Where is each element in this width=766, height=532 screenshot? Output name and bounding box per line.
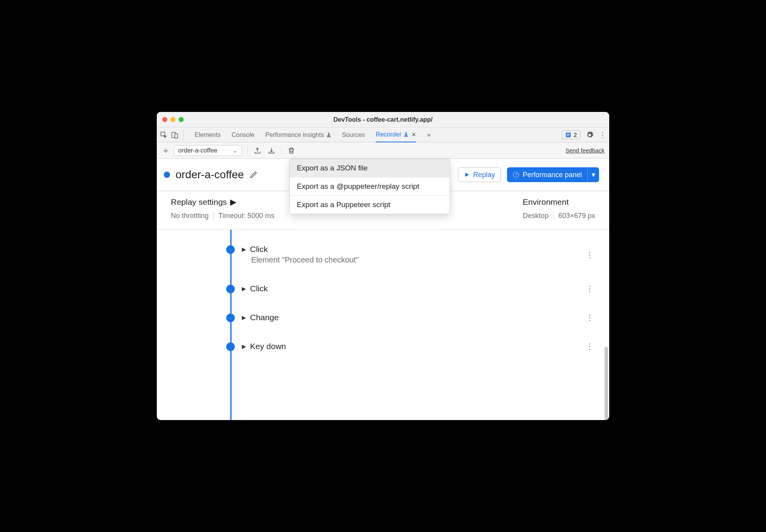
env-size: 603×679 px xyxy=(558,212,595,220)
caret-down-icon: ▾ xyxy=(592,170,595,179)
replay-button[interactable]: Replay xyxy=(458,167,501,182)
devtools-window: DevTools - coffee-cart.netlify.app/ Elem… xyxy=(157,112,609,420)
issues-button[interactable]: 2 xyxy=(562,130,580,139)
svg-rect-6 xyxy=(567,136,569,136)
recording-title: order-a-coffee xyxy=(176,168,244,181)
record-indicator-icon xyxy=(164,172,170,178)
tab-recorder[interactable]: Recorder ✕ xyxy=(376,128,416,142)
timeout-value[interactable]: Timeout: 5000 ms xyxy=(218,212,274,220)
timeline-panel: ▶ Click Element "Proceed to checkout" ⋮ … xyxy=(157,230,609,420)
caret-right-icon: ▶ xyxy=(230,197,236,207)
settings-icon[interactable] xyxy=(586,131,594,139)
send-feedback-link[interactable]: Send feedback xyxy=(566,147,605,154)
toolbar-actions xyxy=(246,146,296,155)
tab-performance-insights[interactable]: Performance insights xyxy=(265,128,331,142)
close-tab-icon[interactable]: ✕ xyxy=(411,131,416,138)
performance-panel-button[interactable]: Performance panel ▾ xyxy=(507,167,599,182)
window-titlebar: DevTools - coffee-cart.netlify.app/ xyxy=(157,112,609,128)
throttling-value[interactable]: No throttling xyxy=(171,212,209,220)
caret-right-icon[interactable]: ▶ xyxy=(242,246,246,252)
replay-button-label: Replay xyxy=(473,171,495,179)
import-icon[interactable] xyxy=(267,146,276,155)
gauge-icon xyxy=(512,171,520,178)
window-title: DevTools - coffee-cart.netlify.app/ xyxy=(333,116,433,123)
step-menu-icon[interactable]: ⋮ xyxy=(586,250,594,259)
tabstrip-tools: 2 ⋮ xyxy=(562,130,606,139)
steps-scroll[interactable]: ▶ Click Element "Proceed to checkout" ⋮ … xyxy=(157,230,609,420)
step-menu-icon[interactable]: ⋮ xyxy=(586,342,594,351)
separator xyxy=(281,147,282,154)
separator xyxy=(247,147,248,154)
more-tabs-icon[interactable]: » xyxy=(427,131,431,138)
select-element-icon[interactable] xyxy=(160,131,168,139)
flask-icon xyxy=(326,132,331,138)
step-name: Click xyxy=(250,245,268,254)
svg-rect-2 xyxy=(175,133,178,138)
performance-dropdown-button[interactable]: ▾ xyxy=(587,167,599,182)
svg-rect-5 xyxy=(567,135,570,135)
caret-right-icon[interactable]: ▶ xyxy=(242,286,246,292)
export-puppeteer-replay-item[interactable]: Export as a @puppeteer/replay script xyxy=(290,177,450,196)
new-recording-icon[interactable]: ＋ xyxy=(161,145,170,156)
scrollbar-thumb[interactable] xyxy=(605,347,608,420)
tab-console[interactable]: Console xyxy=(232,128,255,142)
delete-icon[interactable] xyxy=(287,146,296,155)
replay-settings-toggle[interactable]: Replay settings ▶ xyxy=(171,197,274,207)
step-row[interactable]: ▶ Click Element "Proceed to checkout" ⋮ xyxy=(157,245,601,264)
step-row[interactable]: ▶ Change ⋮ xyxy=(157,313,601,322)
inspect-tools xyxy=(160,130,184,140)
recorder-toolbar: ＋ order-a-coffee ⌄ Send feedback xyxy=(157,142,609,159)
step-dot-icon xyxy=(226,245,235,254)
environment-title: Environment xyxy=(523,197,569,207)
tab-elements[interactable]: Elements xyxy=(195,128,221,142)
traffic-lights xyxy=(162,117,184,122)
caret-right-icon[interactable]: ▶ xyxy=(242,343,246,349)
caret-right-icon[interactable]: ▶ xyxy=(242,314,246,321)
separator xyxy=(213,211,214,220)
panel-tabs: Elements Console Performance insights So… xyxy=(195,128,558,142)
export-menu: Export as a JSON file Export as a @puppe… xyxy=(289,159,450,214)
step-row[interactable]: ▶ Click ⋮ xyxy=(157,284,601,293)
minimize-window-button[interactable] xyxy=(170,117,176,122)
flask-icon xyxy=(404,132,408,137)
close-window-button[interactable] xyxy=(162,117,167,122)
export-puppeteer-item[interactable]: Export as a Puppeteer script xyxy=(290,196,450,214)
separator xyxy=(553,211,553,220)
step-subtitle: Element "Proceed to checkout" xyxy=(251,255,579,264)
svg-rect-4 xyxy=(567,133,570,134)
issues-count: 2 xyxy=(574,131,577,138)
step-dot-icon xyxy=(226,314,235,322)
env-device: Desktop xyxy=(523,212,548,220)
step-row[interactable]: ▶ Key down ⋮ xyxy=(157,342,601,351)
maximize-window-button[interactable] xyxy=(179,117,184,122)
export-icon[interactable] xyxy=(253,146,262,155)
replay-settings-values: No throttling Timeout: 5000 ms xyxy=(171,211,274,220)
chevron-down-icon: ⌄ xyxy=(233,147,238,154)
performance-button-label: Performance panel xyxy=(523,171,582,179)
tab-sources[interactable]: Sources xyxy=(342,128,365,142)
recording-selector-label: order-a-coffee xyxy=(178,147,217,154)
step-menu-icon[interactable]: ⋮ xyxy=(586,313,594,322)
step-name: Change xyxy=(250,313,279,322)
devtools-tabstrip: Elements Console Performance insights So… xyxy=(157,128,609,142)
header-actions: Replay Performance panel ▾ xyxy=(458,167,599,182)
recording-selector[interactable]: order-a-coffee ⌄ xyxy=(174,145,242,156)
play-icon xyxy=(464,172,470,178)
export-json-item[interactable]: Export as a JSON file xyxy=(290,159,450,177)
step-dot-icon xyxy=(226,285,235,293)
step-name: Key down xyxy=(250,342,286,351)
steps-list: ▶ Click Element "Proceed to checkout" ⋮ … xyxy=(157,230,601,351)
more-options-icon[interactable]: ⋮ xyxy=(599,131,606,139)
edit-title-icon[interactable] xyxy=(249,170,258,179)
step-dot-icon xyxy=(226,342,235,351)
step-menu-icon[interactable]: ⋮ xyxy=(586,284,594,293)
environment-values: Desktop 603×679 px xyxy=(523,211,595,220)
step-name: Click xyxy=(250,284,268,293)
replay-settings: Replay settings ▶ No throttling Timeout:… xyxy=(171,197,274,220)
issues-icon xyxy=(565,132,571,138)
environment-settings: Environment Desktop 603×679 px xyxy=(523,197,595,220)
device-toolbar-icon[interactable] xyxy=(171,131,179,139)
